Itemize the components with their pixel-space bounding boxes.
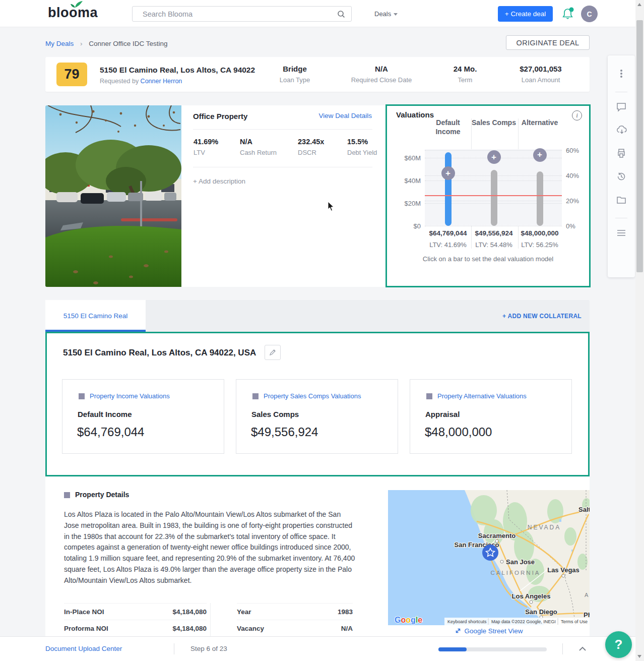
- step-indicator: Step 6 of 23: [190, 645, 227, 652]
- collateral-address-title: 5150 El Camino Real, Los Altos, CA 94022…: [63, 348, 256, 358]
- valuation-square-icon: [79, 393, 85, 399]
- breadcrumb-my-deals[interactable]: My Deals: [45, 40, 74, 47]
- history-icon[interactable]: [616, 171, 626, 182]
- valuation-bar-0[interactable]: [445, 152, 452, 226]
- street-view-link[interactable]: Google Street View: [388, 627, 590, 635]
- property-description: Los Altos Plaza is located in the Palo A…: [64, 509, 356, 586]
- map-label-arizona: AR: [585, 592, 590, 598]
- chart-column-header: Default Income: [425, 118, 471, 136]
- property-income-valuations-link[interactable]: Property Income Valuations: [90, 392, 170, 400]
- add-new-collateral-button[interactable]: + ADD NEW COLLATERAL: [502, 300, 582, 332]
- collateral-section: 5150 El Camino Real, Los Altos, CA 94022…: [45, 332, 590, 636]
- map-label-los-angeles: Los Angeles: [512, 592, 551, 600]
- chevron-up-icon[interactable]: [577, 644, 588, 653]
- logo-leaf-icon: [70, 1, 88, 9]
- deal-stat-loan-type: BridgeLoan Type: [252, 65, 338, 84]
- valuations-panel: Valuations i $60M $40M $20M $0 60% 40% 2…: [385, 104, 591, 287]
- comment-icon[interactable]: [616, 102, 626, 112]
- deal-requested-by: Requested by Conner Herron: [100, 78, 182, 85]
- map-terms-link[interactable]: Terms of Use: [561, 619, 588, 624]
- folder-icon[interactable]: [616, 195, 626, 205]
- side-toolbar: [608, 55, 635, 277]
- map-label-phoenix: Pho: [584, 611, 590, 619]
- top-navbar: blooma Deals + Create deal C: [0, 0, 644, 27]
- property-sales-comps-valuations-link[interactable]: Property Sales Comps Valuations: [264, 392, 361, 400]
- ltv-marker-1[interactable]: +: [487, 150, 501, 164]
- bar-ltv-label: LTV: 56.25%: [512, 241, 567, 249]
- document-upload-center-link[interactable]: Document Upload Center: [45, 645, 122, 652]
- help-button[interactable]: ?: [605, 631, 632, 658]
- sales-comps-valuation-card[interactable]: Property Sales Comps Valuations Sales Co…: [236, 379, 398, 454]
- map-marker[interactable]: [482, 545, 498, 561]
- scroll-up-arrow[interactable]: [637, 3, 641, 6]
- list-icon[interactable]: [616, 228, 626, 238]
- valuation-amount: $49,556,924: [251, 425, 318, 439]
- page-scrollbar[interactable]: [635, 0, 644, 661]
- ltv-marker-0[interactable]: +: [441, 166, 455, 180]
- chart-column-header: Alternative: [517, 118, 563, 127]
- tab-5150-el-camino-real[interactable]: 5150 El Camino Real: [45, 300, 146, 332]
- alternative-valuation-card[interactable]: Property Alternative Valuations Appraisa…: [410, 379, 572, 454]
- ltv-marker-2[interactable]: +: [533, 148, 547, 162]
- loan-amount-reference-line: [425, 195, 562, 196]
- y-axis-tick: $40M: [393, 177, 421, 185]
- map-label-salt-lake: Salt L: [578, 506, 590, 513]
- add-description-link[interactable]: + Add description: [193, 177, 245, 185]
- requester-link[interactable]: Conner Herron: [141, 78, 182, 85]
- user-avatar[interactable]: C: [581, 6, 598, 22]
- breadcrumb: My Deals › Conner Office IDC Testing: [45, 40, 168, 47]
- notification-bell-icon[interactable]: [561, 7, 575, 21]
- map-keyboard-shortcuts[interactable]: Keyboard shortcuts: [447, 619, 487, 624]
- valuation-amount: $64,769,044: [77, 425, 144, 439]
- create-deal-button[interactable]: + Create deal: [498, 6, 553, 22]
- deals-dropdown[interactable]: Deals: [374, 10, 398, 18]
- valuation-square-icon: [426, 393, 432, 399]
- deal-stat-loan-amount: $27,001,053Loan Amount: [498, 65, 584, 84]
- y-axis-tick: $60M: [393, 154, 421, 162]
- map-label-san-diego: San Diego: [525, 608, 557, 616]
- collateral-tabs: 5150 El Camino Real + ADD NEW COLLATERAL: [45, 300, 590, 332]
- map-label-nevada: NEVADA: [528, 524, 561, 531]
- search-icon[interactable]: [337, 10, 345, 18]
- kebab-menu-icon[interactable]: [616, 69, 626, 79]
- property-alternative-valuations-link[interactable]: Property Alternative Valuations: [437, 392, 527, 400]
- divider: [615, 218, 627, 218]
- stat-row-year: Year1983: [237, 603, 353, 620]
- edit-address-button[interactable]: [265, 345, 281, 360]
- chart-column-header: Sales Comps: [471, 118, 517, 127]
- divider: [562, 643, 563, 654]
- office-stat-ltv: 41.69%LTV: [194, 138, 218, 156]
- bar-value-label: $48,000,000: [512, 229, 567, 237]
- pencil-icon: [269, 349, 276, 356]
- chart-note: Click on a bar to set the deal valuation…: [387, 255, 589, 263]
- scrollbar-thumb[interactable]: [636, 20, 643, 272]
- divider: [193, 129, 372, 130]
- valuation-square-icon: [252, 393, 259, 399]
- map-label-sacramento: Sacramento: [478, 532, 516, 539]
- search-input[interactable]: [133, 7, 351, 21]
- originate-deal-button[interactable]: ORIGINATE DEAL: [506, 35, 590, 50]
- office-stat-dscr: 232.45xDSCR: [298, 138, 324, 156]
- property-details-square-icon: [64, 492, 70, 498]
- scroll-down-arrow[interactable]: [637, 655, 641, 658]
- view-deal-details-link[interactable]: View Deal Details: [318, 112, 372, 121]
- map-data-attribution: Map data ©2022 Google, INEGI: [491, 619, 556, 624]
- valuation-bar-1[interactable]: [491, 170, 497, 226]
- divider: [615, 92, 627, 92]
- y-axis-tick: $0: [393, 222, 421, 230]
- progress-fill: [438, 647, 467, 651]
- footer-bar: Document Upload Center Step 6 of 23: [0, 636, 644, 661]
- cloud-download-icon[interactable]: [616, 125, 627, 135]
- chevron-down-icon: [394, 13, 398, 16]
- valuation-bar-2[interactable]: [537, 171, 543, 226]
- map-label-las-vegas: Las Vegas: [547, 566, 579, 574]
- income-valuation-card[interactable]: Property Income Valuations Default Incom…: [62, 379, 224, 454]
- property-photo: [45, 105, 181, 287]
- stat-row-vacancy: VacancyN/A: [237, 620, 353, 636]
- valuation-name: Appraisal: [425, 410, 460, 418]
- info-icon[interactable]: i: [572, 110, 582, 121]
- breadcrumb-current: Conner Office IDC Testing: [89, 40, 167, 47]
- print-icon[interactable]: [616, 148, 626, 158]
- location-map[interactable]: Sacramento San Francisco San Jose Las Ve…: [388, 490, 590, 625]
- deal-stat-term: 24 Mo.Term: [422, 65, 508, 84]
